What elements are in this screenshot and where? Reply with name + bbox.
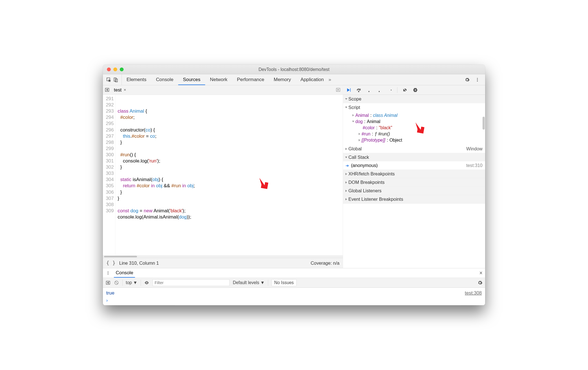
- console-prompt[interactable]: ›: [106, 297, 482, 304]
- section-dom-breakpoints[interactable]: DOM Breakpoints: [343, 178, 485, 186]
- svg-point-5: [477, 81, 478, 81]
- panel-tab-network[interactable]: Network: [205, 74, 232, 85]
- console-sidebar-icon[interactable]: [105, 280, 110, 285]
- panel-tab-sources[interactable]: Sources: [178, 74, 205, 85]
- panel-tab-elements[interactable]: Elements: [122, 74, 151, 85]
- current-frame-icon: ➔: [346, 163, 349, 168]
- log-levels-selector[interactable]: Default levels ▼: [233, 280, 265, 285]
- cursor-position: Line 310, Column 1: [119, 260, 159, 266]
- section-event-listener-breakpoints[interactable]: Event Listener Breakpoints: [343, 195, 485, 203]
- pretty-print-icon[interactable]: { }: [106, 260, 116, 266]
- file-tab-test[interactable]: test ×: [112, 87, 128, 93]
- close-window-button[interactable]: [107, 68, 111, 72]
- step-over-icon[interactable]: [356, 87, 361, 92]
- step-icon[interactable]: [387, 87, 392, 92]
- close-file-icon[interactable]: ×: [124, 88, 126, 92]
- section-global-listeners[interactable]: Global Listeners: [343, 187, 485, 195]
- scope-dog-run-row[interactable]: #run: ƒ #run(): [343, 131, 485, 137]
- line-gutter: 2912922932942952962972982993003013023033…: [103, 95, 115, 255]
- scope-script-header[interactable]: Script: [343, 103, 485, 111]
- panel-tab-memory[interactable]: Memory: [269, 74, 296, 85]
- coverage-status: Coverage: n/a: [311, 260, 339, 266]
- zoom-window-button[interactable]: [120, 68, 124, 72]
- traffic-lights: [103, 68, 123, 72]
- panel-tab-application[interactable]: Application: [296, 74, 328, 85]
- sources-panel: test × 291292293294295296297298299300301…: [103, 85, 343, 268]
- context-selector[interactable]: top ▼: [126, 280, 137, 285]
- console-menu-icon[interactable]: [105, 270, 110, 275]
- scope-dog-row[interactable]: dog: Animal: [343, 118, 485, 124]
- window-title: DevTools - localhost:8080/demo/test: [103, 67, 485, 72]
- callstack-frame[interactable]: ➔ (anonymous) test:310: [343, 161, 485, 170]
- inspect-element-icon[interactable]: [106, 77, 111, 82]
- close-drawer-icon[interactable]: ×: [479, 270, 482, 276]
- scope-section-header[interactable]: Scope: [343, 95, 485, 103]
- run-snippet-icon[interactable]: [336, 87, 341, 92]
- show-navigator-icon[interactable]: [105, 87, 110, 92]
- svg-point-4: [477, 79, 478, 80]
- pause-exceptions-icon[interactable]: [413, 87, 418, 92]
- device-toolbar-icon[interactable]: [113, 77, 118, 82]
- svg-point-14: [108, 271, 109, 272]
- svg-point-16: [108, 274, 109, 275]
- panel-tab-console[interactable]: Console: [151, 74, 178, 85]
- callstack-header[interactable]: Call Stack: [343, 153, 485, 161]
- svg-point-10: [379, 91, 380, 92]
- console-settings-icon[interactable]: [478, 280, 483, 285]
- deactivate-breakpoints-icon[interactable]: [403, 87, 408, 92]
- scope-animal-row[interactable]: Animal: class Animal: [343, 112, 485, 118]
- console-tabbar: Console ×: [103, 268, 485, 278]
- debugger-toolbar: [343, 85, 485, 95]
- svg-point-19: [146, 282, 147, 283]
- panel-tab-performance[interactable]: Performance: [232, 74, 269, 85]
- debugger-sidebar: Scope Script Animal: class Animal dog: A…: [343, 85, 485, 268]
- devtools-window: DevTools - localhost:8080/demo/test Elem…: [103, 65, 485, 305]
- kebab-menu-icon[interactable]: [475, 77, 480, 82]
- issues-button[interactable]: No Issues: [271, 279, 297, 286]
- live-expression-icon[interactable]: [144, 280, 149, 285]
- file-tabs-bar: test ×: [103, 85, 343, 95]
- main-toolbar: ElementsConsoleSourcesNetworkPerformance…: [103, 74, 485, 85]
- resume-icon[interactable]: [346, 87, 351, 92]
- editor-statusbar: { } Line 310, Column 1 Coverage: n/a: [103, 258, 343, 268]
- svg-point-15: [108, 273, 109, 273]
- svg-point-11: [391, 90, 392, 90]
- scope-global-header[interactable]: GlobalWindow: [343, 145, 485, 153]
- console-log-line[interactable]: true test:308: [106, 289, 482, 297]
- console-output: true test:308 ›: [103, 288, 485, 305]
- console-tab[interactable]: Console: [114, 268, 135, 278]
- section-xhr-fetch-breakpoints[interactable]: XHR/fetch Breakpoints: [343, 170, 485, 178]
- console-drawer: Console × top ▼ Default levels ▼ No Issu…: [103, 268, 485, 305]
- svg-rect-12: [415, 89, 415, 91]
- horizontal-scrollbar[interactable]: [103, 255, 343, 258]
- console-filter-input[interactable]: [152, 279, 229, 286]
- scope-dog-proto-row[interactable]: [[Prototype]]: Object: [343, 137, 485, 143]
- panel-tabs: ElementsConsoleSourcesNetworkPerformance…: [122, 74, 329, 85]
- settings-gear-icon[interactable]: [465, 77, 470, 82]
- svg-point-8: [358, 91, 359, 92]
- svg-rect-13: [415, 89, 416, 91]
- code-content: class Animal { #color; constructor(co) {…: [116, 95, 343, 255]
- step-into-icon[interactable]: [366, 87, 372, 92]
- titlebar: DevTools - localhost:8080/demo/test: [103, 65, 485, 74]
- step-out-icon[interactable]: [377, 87, 382, 92]
- svg-point-9: [368, 91, 370, 92]
- svg-point-3: [477, 78, 478, 79]
- code-editor[interactable]: 2912922932942952962972982993003013023033…: [103, 95, 343, 255]
- file-tab-name: test: [114, 87, 121, 93]
- clear-console-icon[interactable]: [114, 280, 119, 285]
- minimize-window-button[interactable]: [113, 68, 117, 72]
- scope-dog-color-row[interactable]: #color: "black": [343, 125, 485, 131]
- console-log-source[interactable]: test:308: [465, 289, 482, 297]
- console-toolbar: top ▼ Default levels ▼ No Issues: [103, 278, 485, 288]
- more-panels-icon[interactable]: »: [329, 77, 331, 83]
- debugger-panes: Scope Script Animal: class Animal dog: A…: [343, 95, 485, 268]
